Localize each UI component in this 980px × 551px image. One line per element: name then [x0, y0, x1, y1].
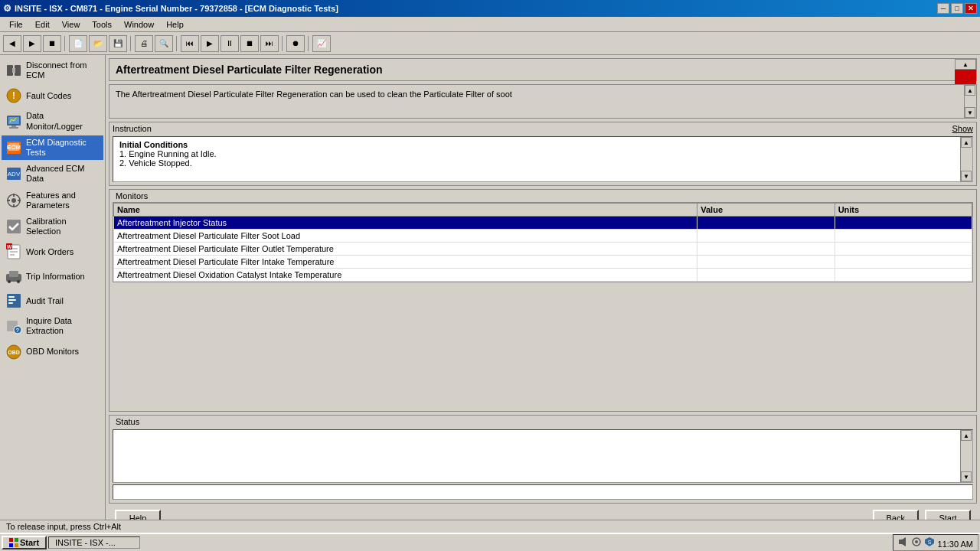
- sidebar-item-inquire-data[interactable]: ? Inquire Data Extraction: [2, 314, 103, 338]
- toolbar-print[interactable]: 🖨: [135, 35, 153, 52]
- toolbar-sep2: [130, 36, 132, 51]
- instruction-content: Initial Conditions 1. Engine Running at …: [113, 136, 973, 182]
- sidebar-item-trip-info[interactable]: Trip Information: [2, 265, 103, 288]
- svg-rect-35: [8, 296, 15, 298]
- table-row[interactable]: Aftertreatment Diesel Particulate Filter…: [114, 243, 972, 256]
- features-icon: [5, 191, 23, 210]
- instruction-label: Instruction: [113, 124, 152, 133]
- toolbar-graph[interactable]: 📈: [312, 35, 331, 52]
- sidebar-item-obd-monitors[interactable]: OBD OBD Monitors: [2, 341, 103, 364]
- menu-view[interactable]: View: [56, 18, 87, 31]
- sidebar-item-ecm-diagnostic[interactable]: ECM ECM Diagnostic Tests: [2, 135, 103, 160]
- close-button[interactable]: ✕: [965, 3, 977, 14]
- toolbar-playstop[interactable]: ⏹: [240, 35, 259, 52]
- status-scrollbar: ▲ ▼: [960, 430, 972, 482]
- sidebar-item-audit-trail[interactable]: Audit Trail: [2, 289, 103, 312]
- monitor-value: [697, 230, 835, 243]
- monitors-table: Name Value Units Aftertreatment Injector…: [113, 203, 972, 282]
- svg-rect-23: [7, 220, 21, 233]
- speaker-icon: [898, 536, 909, 547]
- sidebar-item-data-monitor[interactable]: Data Monitor/Logger: [2, 109, 103, 133]
- content-area: Aftertreatment Diesel Particulate Filter…: [106, 55, 980, 533]
- toolbar-forward[interactable]: ▶: [23, 35, 41, 52]
- desc-scroll-up[interactable]: ▲: [965, 85, 975, 96]
- menu-edit[interactable]: Edit: [29, 18, 56, 31]
- minimize-button[interactable]: ─: [937, 3, 949, 14]
- table-row[interactable]: Aftertreatment Diesel Particulate Filter…: [114, 256, 972, 269]
- toolbar-back[interactable]: ◀: [3, 35, 21, 52]
- main-title: Aftertreatment Diesel Particulate Filter…: [109, 59, 976, 80]
- svg-text:ECM: ECM: [7, 144, 21, 151]
- toolbar-prev[interactable]: ⏮: [181, 35, 199, 52]
- sidebar-item-calibration[interactable]: Calibration Selection: [2, 214, 103, 239]
- window-title: INSITE - ISX - CM871 - Engine Serial Num…: [15, 4, 338, 13]
- toolbar-preview[interactable]: 🔍: [155, 35, 173, 52]
- svg-point-55: [915, 540, 918, 543]
- status-section: Status ▲ ▼: [109, 415, 977, 504]
- table-row[interactable]: Aftertreatment Diesel Oxidation Catalyst…: [114, 269, 972, 282]
- sidebar-label-disconnect: Disconnect from ECM: [26, 60, 100, 80]
- sidebar: Disconnect from ECM ! Fault Codes: [0, 55, 106, 533]
- taskbar-right: S 11:30 AM: [893, 534, 978, 551]
- menu-tools[interactable]: Tools: [86, 18, 118, 31]
- toolbar-pause[interactable]: ⏸: [220, 35, 239, 52]
- scroll-up-btn[interactable]: ▲: [955, 59, 976, 70]
- desc-scrollbar: ▲ ▼: [964, 85, 976, 118]
- toolbar-new[interactable]: 📄: [69, 35, 87, 52]
- trip-info-icon: [5, 267, 23, 285]
- sidebar-label-obd-monitors: OBD Monitors: [26, 347, 79, 357]
- menu-help[interactable]: Help: [160, 18, 190, 31]
- monitor-name: Aftertreatment Diesel Oxidation Catalyst…: [114, 269, 697, 282]
- svg-rect-31: [9, 271, 18, 277]
- sys-tray: S 11:30 AM: [893, 534, 978, 551]
- toolbar-next[interactable]: ⏭: [260, 35, 279, 52]
- status-input-bar[interactable]: [113, 484, 973, 500]
- toolbar-open[interactable]: 📂: [89, 35, 107, 52]
- menu-file[interactable]: File: [3, 18, 29, 31]
- svg-text:OBD: OBD: [8, 350, 20, 355]
- toolbar-save[interactable]: 💾: [109, 35, 127, 52]
- svg-rect-0: [7, 65, 13, 76]
- table-row[interactable]: Aftertreatment Injector Status: [114, 217, 972, 230]
- svg-rect-2: [12, 68, 15, 73]
- sidebar-item-fault-codes[interactable]: ! Fault Codes: [2, 84, 103, 107]
- tooltip-text: To release input, press Ctrl+Alt: [6, 522, 121, 531]
- sidebar-label-advanced-ecm: Advanced ECM Data: [26, 164, 100, 184]
- windows-logo: [9, 538, 18, 547]
- svg-text:ADV: ADV: [8, 171, 21, 178]
- svg-marker-53: [902, 537, 906, 546]
- svg-text:S: S: [928, 540, 932, 545]
- audit-trail-icon: [5, 292, 23, 310]
- monitor-units: [835, 230, 972, 243]
- title-bar: ⚙ INSITE - ISX - CM871 - Engine Serial N…: [0, 0, 980, 17]
- sidebar-item-advanced-ecm[interactable]: ADV Advanced ECM Data: [2, 161, 103, 186]
- instr-scroll-down[interactable]: ▼: [961, 171, 972, 181]
- menu-window[interactable]: Window: [118, 18, 160, 31]
- sidebar-item-features[interactable]: Features and Parameters: [2, 188, 103, 213]
- maximize-button[interactable]: □: [951, 3, 963, 14]
- monitor-value: [697, 256, 835, 269]
- svg-point-33: [17, 280, 20, 283]
- ecm-diagnostic-icon: ECM: [5, 139, 23, 157]
- instr-scroll-up[interactable]: ▲: [961, 137, 972, 148]
- sidebar-item-work-orders[interactable]: W Work Orders: [2, 240, 103, 263]
- description-area: The Aftertreatment Diesel Particulate Fi…: [109, 84, 977, 119]
- toolbar-play[interactable]: ▶: [201, 35, 219, 52]
- sidebar-label-features: Features and Parameters: [26, 191, 100, 210]
- toolbar-rec[interactable]: ⏺: [286, 35, 305, 52]
- show-label[interactable]: Show: [952, 124, 973, 133]
- sidebar-item-disconnect[interactable]: Disconnect from ECM: [2, 58, 103, 83]
- toolbar-stop[interactable]: ⏹: [43, 35, 61, 52]
- svg-point-18: [11, 198, 16, 203]
- taskbar-app-item[interactable]: INSITE - ISX -...: [48, 536, 140, 549]
- desc-scroll-down[interactable]: ▼: [965, 107, 975, 118]
- status-scroll-down[interactable]: ▼: [961, 471, 972, 482]
- monitor-name: Aftertreatment Diesel Particulate Filter…: [114, 256, 697, 269]
- sidebar-label-data-monitor: Data Monitor/Logger: [26, 111, 100, 131]
- svg-rect-48: [9, 538, 13, 542]
- status-scroll-up[interactable]: ▲: [961, 430, 972, 441]
- start-button-taskbar[interactable]: Start: [2, 536, 47, 549]
- table-row[interactable]: Aftertreatment Diesel Particulate Filter…: [114, 230, 972, 243]
- work-orders-icon: W: [5, 243, 23, 261]
- svg-rect-51: [15, 543, 18, 547]
